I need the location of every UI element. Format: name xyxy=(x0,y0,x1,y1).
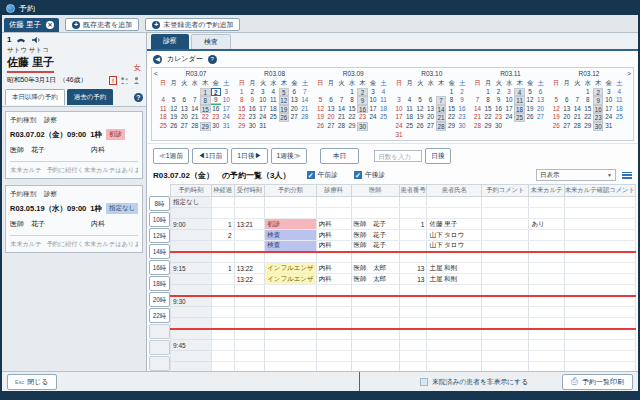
hide-visited-checkbox[interactable]: 来院済みの患者を非表示にする xyxy=(420,377,528,387)
calendar-day[interactable]: 23 xyxy=(493,113,504,122)
calendar-day[interactable]: 5 xyxy=(525,88,536,97)
calendar-day[interactable]: 21 xyxy=(472,113,483,122)
time-jump-button[interactable]: 8時 xyxy=(149,196,170,211)
calendar-day[interactable]: 13 xyxy=(289,96,300,105)
calendar-day[interactable]: 15 xyxy=(347,105,358,114)
calendar-day[interactable]: 24 xyxy=(258,113,269,122)
calendar-day[interactable]: 8 xyxy=(446,96,457,105)
tab-past-reservations[interactable]: 過去の予約 xyxy=(67,89,114,105)
time-jump-button[interactable]: 16時 xyxy=(149,260,170,275)
calendar-day[interactable]: 3 xyxy=(504,88,515,97)
calendar-day[interactable]: 1 xyxy=(237,88,248,97)
calendar-day[interactable]: 7 xyxy=(336,96,347,105)
calendar-day[interactable]: 2 xyxy=(211,88,222,97)
reservation-card[interactable]: 予約種別 診察 R03.05.19（水）09:00 1枠 指定なし 医師 花子 … xyxy=(5,185,143,253)
calendar-day[interactable]: 23 xyxy=(357,113,368,122)
calendar-day[interactable]: 11 xyxy=(378,96,389,105)
calendar-day[interactable]: 23 xyxy=(247,113,258,122)
calendar-day[interactable]: 30 xyxy=(493,122,504,131)
calendar-day[interactable]: 21 xyxy=(336,113,347,122)
calendar-day[interactable]: 28 xyxy=(190,122,201,131)
calendar-day[interactable]: 4 xyxy=(158,96,169,105)
calendar-day[interactable]: 27 xyxy=(179,122,190,131)
calendar-day[interactable]: 13 xyxy=(535,96,546,105)
calendar-day[interactable]: 14 xyxy=(190,105,201,114)
calendar-day[interactable]: 4 xyxy=(614,88,625,97)
calendar-day[interactable]: 18 xyxy=(404,113,415,122)
calendar-day[interactable]: 17 xyxy=(368,105,379,114)
add-existing-patient-button[interactable]: + 既存患者を追加 xyxy=(65,18,139,31)
calendar-day[interactable]: 13 xyxy=(425,105,436,114)
calendar-day[interactable]: 15 xyxy=(446,105,457,114)
calendar-day[interactable]: 6 xyxy=(179,96,190,105)
calendar-day[interactable]: 22 xyxy=(483,113,494,122)
calendar-day[interactable]: 16 xyxy=(211,105,222,114)
calendar-day[interactable]: 2 xyxy=(247,88,258,97)
calendar-day[interactable]: 1 xyxy=(446,88,457,97)
calendar-day[interactable]: 10 xyxy=(221,96,232,105)
calendar-day[interactable]: 3 xyxy=(394,96,405,105)
calendar-day[interactable]: 6 xyxy=(561,96,572,105)
calendar-day[interactable]: 20 xyxy=(179,113,190,122)
calendar-day[interactable]: 9 xyxy=(247,96,258,105)
calendar-day[interactable]: 24 xyxy=(221,113,232,122)
calendar-day[interactable]: 12 xyxy=(279,96,290,105)
calendar-day[interactable]: 17 xyxy=(221,105,232,114)
morning-session-checkbox[interactable]: ✓ 午前診 xyxy=(307,170,338,180)
calendar-day[interactable]: 5 xyxy=(315,96,326,105)
calendar-day[interactable]: 10 xyxy=(394,105,405,114)
calendar-day[interactable]: 20 xyxy=(561,113,572,122)
tab-examination[interactable]: 診察 xyxy=(151,34,189,49)
calendar-day[interactable]: 22 xyxy=(446,113,457,122)
calendar-day[interactable]: 19 xyxy=(525,105,536,114)
calendar-day[interactable]: 15 xyxy=(237,105,248,114)
calendar-day[interactable]: 18 xyxy=(158,113,169,122)
time-jump-button[interactable]: 10時 xyxy=(149,212,170,227)
calendar-day[interactable]: 9 xyxy=(593,96,604,105)
calendar-day[interactable]: 28 xyxy=(300,113,311,122)
today-button[interactable]: 本日 xyxy=(320,148,360,164)
calendar-day[interactable]: 14 xyxy=(572,105,583,114)
calendar-day[interactable]: 22 xyxy=(237,113,248,122)
calendar-day[interactable]: 25 xyxy=(268,113,279,122)
calendar-day[interactable]: 19 xyxy=(315,113,326,122)
calendar-day[interactable]: 25 xyxy=(614,113,625,122)
calendar-day[interactable]: 12 xyxy=(415,105,426,114)
calendar-day[interactable]: 11 xyxy=(514,96,525,105)
calendar-day[interactable]: 5 xyxy=(415,96,426,105)
calendar-day[interactable]: 19 xyxy=(415,113,426,122)
calendar-day[interactable]: 7 xyxy=(190,96,201,105)
calendar-day[interactable]: 21 xyxy=(572,113,583,122)
appointment-row[interactable]: 2検査内科医師 花子山下 タロウ xyxy=(171,230,636,241)
calendar-day[interactable]: 19 xyxy=(279,105,290,114)
calendar-day[interactable]: 5 xyxy=(169,96,180,105)
calendar-day[interactable]: 18 xyxy=(514,105,525,114)
calendar-day[interactable]: 26 xyxy=(525,113,536,122)
calendar-day[interactable]: 1 xyxy=(483,88,494,97)
add-unregistered-reservation-button[interactable]: + 未登録患者の予約追加 xyxy=(145,18,240,31)
calendar-day[interactable]: 6 xyxy=(289,88,300,97)
calendar-day[interactable]: 20 xyxy=(326,113,337,122)
close-button[interactable]: Esc 閉じる xyxy=(7,374,57,390)
calendar-day[interactable]: 8 xyxy=(200,96,211,105)
calendar-day[interactable]: 29 xyxy=(446,122,457,131)
calendar-day[interactable]: 31 xyxy=(221,122,232,131)
calendar-day[interactable]: 24 xyxy=(368,113,379,122)
calendar-day[interactable]: 29 xyxy=(347,122,358,131)
calendar-day[interactable]: 27 xyxy=(535,113,546,122)
calendar-day[interactable]: 25 xyxy=(404,122,415,131)
afternoon-session-checkbox[interactable]: ✓ 午後診 xyxy=(354,170,385,180)
calendar-day[interactable]: 10 xyxy=(504,96,515,105)
calendar-day[interactable]: 27 xyxy=(326,122,337,131)
calendar-day[interactable]: 11 xyxy=(404,105,415,114)
print-reservation-list-button[interactable]: ⎙ 予約一覧印刷 xyxy=(562,374,633,390)
calendar-day[interactable]: 3 xyxy=(603,88,614,97)
calendar-day[interactable]: 25 xyxy=(378,113,389,122)
calendar-day[interactable]: 19 xyxy=(551,113,562,122)
calendar-day[interactable]: 30 xyxy=(593,122,604,131)
calendar-day[interactable]: 16 xyxy=(493,105,504,114)
close-icon[interactable]: ✕ xyxy=(46,21,54,29)
calendar-day[interactable]: 14 xyxy=(336,105,347,114)
calendar-day[interactable]: 10 xyxy=(603,96,614,105)
calendar-day[interactable]: 29 xyxy=(483,122,494,131)
